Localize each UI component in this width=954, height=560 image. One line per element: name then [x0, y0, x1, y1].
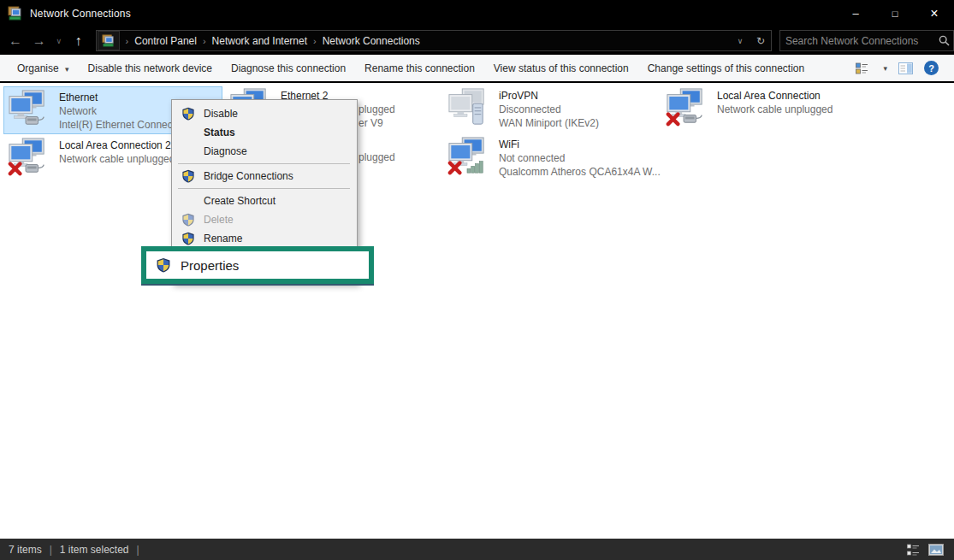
menu-separator	[178, 188, 350, 189]
occluded-text-fragment: er V9	[358, 116, 383, 130]
view-status-command[interactable]: View status of this connection	[494, 62, 629, 74]
connection-status: Network cable unplugged	[59, 152, 175, 166]
refresh-icon[interactable]: ↻	[750, 35, 771, 47]
status-divider: |	[129, 544, 147, 556]
ethernet-connected-icon	[8, 89, 47, 128]
address-dropdown-icon[interactable]: ∨	[730, 37, 750, 45]
diagnose-connection-command[interactable]: Diagnose this connection	[231, 62, 346, 74]
occluded-text-fragment: plugged	[358, 103, 395, 116]
connection-status: Network	[59, 104, 175, 118]
breadcrumb-network-connections[interactable]: Network Connections	[323, 35, 420, 47]
ethernet-unplugged-icon	[666, 87, 705, 127]
menu-item-status[interactable]: Status	[172, 123, 357, 142]
breadcrumb-network-and-internet[interactable]: Network and Internet	[212, 35, 307, 47]
maximize-button[interactable]: □	[875, 0, 915, 27]
menu-item-properties-highlighted[interactable]: Properties	[141, 246, 374, 284]
connection-tile-local-area-connection[interactable]: Local Area Connection Network cable unpl…	[666, 87, 871, 127]
disable-device-command[interactable]: Disable this network device	[88, 62, 212, 74]
location-icon	[98, 31, 120, 50]
breadcrumb-control-panel[interactable]: Control Panel	[134, 35, 197, 47]
menu-item-delete: Delete	[172, 210, 357, 229]
help-icon[interactable]: ?	[924, 61, 939, 75]
crumb-separator-icon: ›	[120, 36, 135, 46]
crumb-separator-icon: ›	[197, 36, 212, 46]
change-settings-command[interactable]: Change settings of this connection	[648, 62, 804, 74]
connection-device: Qualcomm Atheros QCA61x4A W...	[499, 165, 661, 179]
connection-name: iProVPN	[499, 89, 599, 103]
menu-item-disable[interactable]: Disable	[172, 104, 357, 123]
status-divider: |	[42, 544, 60, 556]
properties-label: Properties	[181, 258, 239, 273]
close-button[interactable]: ×	[915, 0, 954, 27]
menu-item-create-shortcut[interactable]: Create Shortcut	[172, 192, 357, 210]
view-dropdown-icon[interactable]: ▾	[883, 64, 887, 73]
selection-count: 1 item selected	[60, 544, 129, 556]
uac-shield-icon	[172, 232, 204, 245]
history-dropdown-icon[interactable]: ∨	[51, 37, 67, 45]
search-input[interactable]	[780, 35, 934, 47]
connection-name: WiFi	[499, 138, 661, 151]
address-bar[interactable]: › Control Panel › Network and Internet ›…	[96, 30, 772, 51]
connection-status: Network cable unplugged	[717, 103, 833, 116]
vpn-disconnected-icon	[447, 87, 487, 127]
details-view-icon[interactable]	[856, 62, 868, 74]
ethernet-unplugged-icon	[8, 137, 47, 176]
search-icon[interactable]	[934, 35, 953, 46]
navigation-bar: ← → ∨ ↑ › Control Panel › Network and In…	[0, 27, 954, 55]
minimize-button[interactable]: –	[836, 0, 875, 27]
crumb-separator-icon: ›	[307, 36, 323, 46]
menu-separator	[178, 163, 350, 164]
uac-shield-icon	[172, 213, 204, 227]
connection-device: WAN Miniport (IKEv2)	[499, 116, 599, 130]
menu-item-rename[interactable]: Rename	[172, 229, 357, 248]
connection-name: Local Area Connection	[717, 89, 833, 103]
forward-button[interactable]: →	[27, 33, 51, 49]
command-toolbar: Organise ▾ Disable this network device D…	[0, 55, 954, 83]
connection-tile-iprovpn[interactable]: iProVPN Disconnected WAN Miniport (IKEv2…	[447, 87, 661, 130]
status-bar: 7 items | 1 item selected |	[0, 539, 954, 560]
connection-status: Not connected	[499, 151, 661, 165]
items-count: 7 items	[9, 544, 42, 556]
rename-connection-command[interactable]: Rename this connection	[364, 62, 475, 74]
network-connections-app-icon	[8, 6, 22, 21]
connection-device: Intel(R) Ethernet Connect	[59, 118, 175, 132]
preview-pane-icon[interactable]	[898, 62, 913, 74]
organise-button[interactable]: Organise ▾	[17, 62, 69, 74]
occluded-text-fragment: plugged	[358, 150, 395, 164]
search-box[interactable]	[779, 30, 954, 51]
connection-name: Local Area Connection 2	[59, 139, 175, 152]
window-title: Network Connections	[30, 8, 131, 20]
back-button[interactable]: ←	[3, 33, 27, 49]
up-button[interactable]: ↑	[67, 33, 91, 49]
connection-tile-wifi[interactable]: WiFi Not connected Qualcomm Atheros QCA6…	[447, 136, 661, 179]
uac-shield-icon	[172, 107, 204, 121]
title-bar: Network Connections – □ ×	[0, 0, 954, 27]
uac-shield-icon	[146, 257, 181, 273]
connections-list: Ethernet Network Intel(R) Ethernet Conne…	[0, 83, 954, 539]
connection-name: Ethernet	[59, 91, 175, 104]
wifi-not-connected-icon	[447, 136, 487, 175]
connection-status: Disconnected	[499, 103, 599, 116]
thumbnail-view-toggle-icon[interactable]	[928, 544, 944, 556]
uac-shield-icon	[172, 169, 204, 183]
menu-item-diagnose[interactable]: Diagnose	[172, 142, 357, 161]
details-list-view-toggle-icon[interactable]	[907, 544, 920, 556]
organise-caret-icon: ▾	[65, 65, 69, 74]
menu-item-bridge-connections[interactable]: Bridge Connections	[172, 167, 357, 186]
